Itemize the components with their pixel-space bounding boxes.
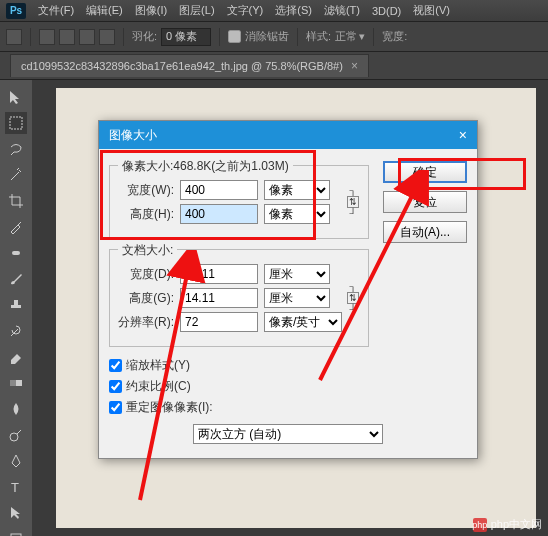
width-label: 宽度: — [382, 29, 407, 44]
px-width-unit[interactable]: 像素 — [264, 180, 330, 200]
options-checks: 缩放样式(Y) 约束比例(C) 重定图像像素(I): — [109, 357, 467, 416]
stamp-tool-icon[interactable] — [5, 294, 27, 316]
px-height-input[interactable] — [180, 204, 258, 224]
subtract-selection-icon[interactable] — [79, 29, 95, 45]
close-icon[interactable]: × — [351, 59, 358, 73]
dialog-buttons: 确定 复位 自动(A)... — [383, 161, 467, 243]
dodge-tool-icon[interactable] — [5, 424, 27, 446]
crop-tool-icon[interactable] — [5, 190, 27, 212]
antialias-checkbox — [228, 30, 241, 43]
history-brush-tool-icon[interactable] — [5, 320, 27, 342]
resolution-unit[interactable]: 像素/英寸 — [264, 312, 342, 332]
add-selection-icon[interactable] — [59, 29, 75, 45]
document-size-group: 文档大小: 宽度(D): 厘米 高度(G): 厘米 分辨率(R): — [109, 249, 369, 347]
gradient-tool-icon[interactable] — [5, 372, 27, 394]
document-tab[interactable]: cd1099532c83432896c3ba17e61ea942_th.jpg … — [10, 54, 369, 77]
style-dropdown[interactable]: 正常 ▾ — [335, 29, 365, 44]
eraser-tool-icon[interactable] — [5, 346, 27, 368]
close-icon[interactable]: × — [459, 127, 467, 143]
auto-button[interactable]: 自动(A)... — [383, 221, 467, 243]
separator — [219, 28, 220, 46]
menu-file[interactable]: 文件(F) — [32, 3, 80, 18]
doc-width-input[interactable] — [180, 264, 258, 284]
image-size-dialog: 图像大小 × 确定 复位 自动(A)... 像素大小:468.8K(之前为1.0… — [98, 120, 478, 459]
path-select-tool-icon[interactable] — [5, 502, 27, 524]
pixel-dimensions-title: 像素大小:468.8K(之前为1.03M) — [118, 158, 293, 175]
watermark: php php中文网 — [473, 517, 542, 532]
svg-rect-1 — [12, 251, 20, 255]
pen-tool-icon[interactable] — [5, 450, 27, 472]
menu-view[interactable]: 视图(V) — [407, 3, 456, 18]
doc-width-label: 宽度(D): — [118, 266, 174, 283]
document-size-title: 文档大小: — [118, 242, 177, 259]
resolution-input[interactable] — [180, 312, 258, 332]
svg-rect-0 — [10, 117, 22, 129]
constrain-proportions-label: 约束比例(C) — [126, 378, 191, 395]
dialog-body: 确定 复位 自动(A)... 像素大小:468.8K(之前为1.03M) 宽度(… — [99, 149, 477, 458]
svg-point-4 — [10, 433, 18, 441]
move-tool-icon[interactable] — [5, 86, 27, 108]
blur-tool-icon[interactable] — [5, 398, 27, 420]
doc-height-label: 高度(G): — [118, 290, 174, 307]
menu-select[interactable]: 选择(S) — [269, 3, 318, 18]
menu-filter[interactable]: 滤镜(T) — [318, 3, 366, 18]
resample-checkbox[interactable] — [109, 401, 122, 414]
app-logo: Ps — [6, 3, 26, 19]
resample-label: 重定图像像素(I): — [126, 399, 213, 416]
ok-button[interactable]: 确定 — [383, 161, 467, 183]
menu-image[interactable]: 图像(I) — [129, 3, 173, 18]
menu-layer[interactable]: 图层(L) — [173, 3, 220, 18]
pixel-dimensions-group: 像素大小:468.8K(之前为1.03M) 宽度(W): 像素 高度(H): 像… — [109, 165, 369, 239]
new-selection-icon[interactable] — [39, 29, 55, 45]
tool-panel: T — [0, 80, 32, 536]
doc-width-unit[interactable]: 厘米 — [264, 264, 330, 284]
marquee-tool-icon[interactable] — [5, 112, 27, 134]
antialias-label: 消除锯齿 — [245, 29, 289, 44]
resample-method-row: 两次立方 (自动) — [109, 424, 467, 444]
px-width-input[interactable] — [180, 180, 258, 200]
separator — [297, 28, 298, 46]
svg-rect-3 — [10, 380, 16, 386]
type-tool-icon[interactable]: T — [5, 476, 27, 498]
eyedropper-tool-icon[interactable] — [5, 216, 27, 238]
scale-styles-label: 缩放样式(Y) — [126, 357, 190, 374]
document-title: cd1099532c83432896c3ba17e61ea942_th.jpg … — [21, 60, 343, 72]
resolution-label: 分辨率(R): — [118, 314, 174, 331]
doc-height-unit[interactable]: 厘米 — [264, 288, 330, 308]
menubar: Ps 文件(F) 编辑(E) 图像(I) 图层(L) 文字(Y) 选择(S) 滤… — [0, 0, 548, 22]
healing-tool-icon[interactable] — [5, 242, 27, 264]
feather-label: 羽化: — [132, 29, 157, 44]
php-icon: php — [473, 518, 487, 532]
cancel-button[interactable]: 复位 — [383, 191, 467, 213]
separator — [123, 28, 124, 46]
lasso-tool-icon[interactable] — [5, 138, 27, 160]
constrain-link-icon[interactable]: ┐⇅┘ — [346, 281, 360, 315]
brush-tool-icon[interactable] — [5, 268, 27, 290]
document-tabbar: cd1099532c83432896c3ba17e61ea942_th.jpg … — [0, 52, 548, 80]
menu-3d[interactable]: 3D(D) — [366, 5, 407, 17]
watermark-text: php中文网 — [491, 517, 542, 532]
dialog-titlebar[interactable]: 图像大小 × — [99, 121, 477, 149]
px-height-unit[interactable]: 像素 — [264, 204, 330, 224]
resample-method-select[interactable]: 两次立方 (自动) — [193, 424, 383, 444]
tool-preset-icon[interactable] — [6, 29, 22, 45]
separator — [30, 28, 31, 46]
chevron-down-icon: ▾ — [359, 30, 365, 43]
menu-edit[interactable]: 编辑(E) — [80, 3, 129, 18]
intersect-selection-icon[interactable] — [99, 29, 115, 45]
dialog-title: 图像大小 — [109, 127, 157, 144]
px-width-label: 宽度(W): — [118, 182, 174, 199]
separator — [373, 28, 374, 46]
constrain-proportions-checkbox[interactable] — [109, 380, 122, 393]
menu-text[interactable]: 文字(Y) — [221, 3, 270, 18]
svg-text:T: T — [11, 480, 19, 495]
px-height-label: 高度(H): — [118, 206, 174, 223]
wand-tool-icon[interactable] — [5, 164, 27, 186]
optionbar: 羽化: 消除锯齿 样式: 正常 ▾ 宽度: — [0, 22, 548, 52]
doc-height-input[interactable] — [180, 288, 258, 308]
shape-tool-icon[interactable] — [5, 528, 27, 536]
scale-styles-checkbox[interactable] — [109, 359, 122, 372]
feather-input[interactable] — [161, 28, 211, 46]
constrain-link-icon[interactable]: ┐⇅┘ — [346, 185, 360, 219]
style-value: 正常 — [335, 29, 357, 44]
